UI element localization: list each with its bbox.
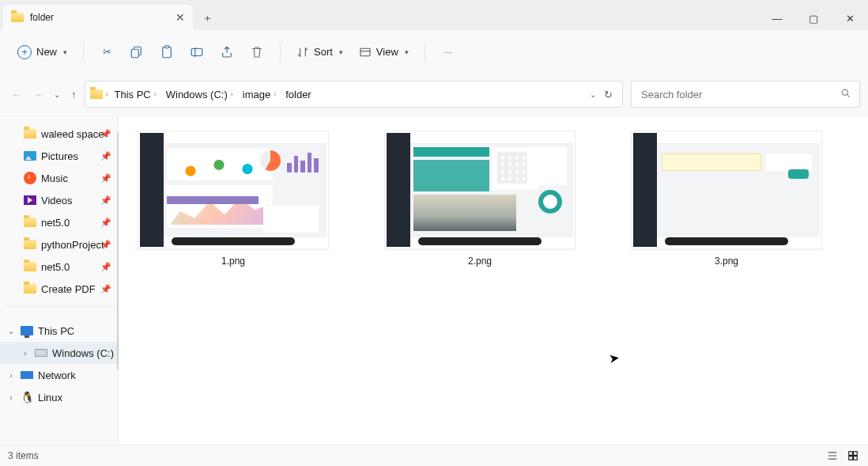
plus-circle-icon: + <box>17 45 32 59</box>
file-item[interactable]: 2.png <box>384 131 576 267</box>
file-item[interactable]: 3.png <box>631 131 822 267</box>
share-button[interactable] <box>213 39 240 66</box>
view-label: View <box>376 46 398 58</box>
status-text: 3 items <box>8 450 39 461</box>
sidebar-item[interactable]: net5.0📌 <box>0 256 118 278</box>
tree-item-label: Network <box>38 369 76 381</box>
command-bar: + New ▾ ✂ Sort ▾ View ▾ ··· <box>0 30 868 74</box>
tree-item[interactable]: ›Windows (C:) <box>0 342 118 364</box>
pin-icon: 📌 <box>100 173 111 184</box>
folder-icon <box>24 260 36 273</box>
pin-icon: 📌 <box>100 284 111 294</box>
expand-toggle[interactable]: › <box>6 393 16 402</box>
sidebar-item[interactable]: waleed space📌 <box>0 123 118 145</box>
forward-button[interactable]: → <box>32 89 43 100</box>
refresh-button[interactable]: ↻ <box>604 89 613 100</box>
new-button[interactable]: + New ▾ <box>11 40 74 64</box>
search-input[interactable] <box>640 88 840 101</box>
file-thumbnail <box>631 131 822 249</box>
search-box[interactable] <box>631 81 860 108</box>
cut-button[interactable]: ✂ <box>93 39 120 66</box>
tree-item-label: Linux <box>38 392 62 403</box>
pin-icon: 📌 <box>100 195 111 206</box>
sort-label: Sort <box>314 46 333 58</box>
expand-toggle[interactable]: ⌄ <box>6 327 16 335</box>
cut-icon: ✂ <box>103 46 111 58</box>
details-view-button[interactable] <box>825 449 840 463</box>
breadcrumb-item[interactable]: image› <box>240 87 279 102</box>
sidebar-item[interactable]: Videos📌 <box>0 189 118 211</box>
minimize-icon: — <box>772 13 783 25</box>
breadcrumb-label: This PC <box>115 89 151 100</box>
svg-rect-5 <box>360 48 370 55</box>
back-button[interactable]: ← <box>11 89 21 100</box>
chevron-right-icon: › <box>106 90 108 98</box>
breadcrumb-item[interactable]: Windows (C:)› <box>163 87 236 102</box>
more-icon: ··· <box>443 46 452 58</box>
copy-button[interactable] <box>123 39 150 66</box>
file-area[interactable]: 1.png 2.png 3.png ➤ <box>119 116 868 445</box>
expand-toggle[interactable]: › <box>6 371 16 380</box>
sidebar-item-label: pythonProject <box>41 239 104 251</box>
breadcrumb-item[interactable]: folder <box>282 87 315 102</box>
new-tab-button[interactable]: ＋ <box>193 6 221 30</box>
maximize-button[interactable]: ▢ <box>795 6 832 30</box>
sidebar-item[interactable]: pythonProject📌 <box>0 233 118 256</box>
delete-button[interactable] <box>243 39 270 66</box>
separator <box>5 306 113 307</box>
view-button[interactable]: View ▾ <box>353 41 415 63</box>
breadcrumb-label: Windows (C:) <box>166 89 228 100</box>
file-item[interactable]: 1.png <box>138 131 329 267</box>
sidebar-item-label: Pictures <box>41 150 78 162</box>
sidebar-item-label: Videos <box>41 195 73 206</box>
new-label: New <box>36 46 57 58</box>
file-name: 1.png <box>221 256 245 267</box>
sidebar-item[interactable]: net5.0📌 <box>0 211 118 233</box>
status-bar: 3 items <box>0 445 868 465</box>
up-button[interactable]: ↑ <box>71 89 77 100</box>
expand-toggle[interactable]: › <box>21 349 30 358</box>
pin-icon: 📌 <box>100 262 111 272</box>
svg-rect-4 <box>191 48 202 55</box>
minimize-button[interactable]: — <box>759 6 795 30</box>
window-tab[interactable]: folder ✕ <box>3 5 193 30</box>
rename-button[interactable] <box>183 39 210 66</box>
paste-button[interactable] <box>153 39 180 66</box>
sidebar-item-label: Music <box>41 172 68 184</box>
maximize-icon: ▢ <box>809 13 818 25</box>
svg-rect-3 <box>165 45 169 47</box>
recent-dropdown[interactable]: ⌄ <box>54 90 60 99</box>
close-window-button[interactable]: ✕ <box>832 6 868 30</box>
folder-icon <box>24 238 36 251</box>
view-toggle <box>825 449 860 463</box>
tree-item[interactable]: ›🐧Linux <box>0 386 118 408</box>
sort-button[interactable]: Sort ▾ <box>290 41 349 63</box>
sidebar-item[interactable]: Pictures📌 <box>0 145 118 167</box>
mouse-cursor: ➤ <box>608 350 621 366</box>
chevron-right-icon: › <box>274 90 276 98</box>
view-icon <box>359 46 372 59</box>
window-controls: — ▢ ✕ <box>759 6 868 30</box>
chevron-right-icon: › <box>154 90 157 98</box>
sidebar-item[interactable]: Music📌 <box>0 167 118 189</box>
net-icon <box>21 369 33 381</box>
folder-icon <box>11 11 24 24</box>
address-row: ← → ⌄ ↑ › This PC› Windows (C:)› image› … <box>0 74 868 116</box>
close-tab-icon[interactable]: ✕ <box>175 11 185 24</box>
thumbnails-view-button[interactable] <box>846 449 860 463</box>
rename-icon <box>190 45 204 59</box>
close-icon: ✕ <box>846 13 855 25</box>
more-button[interactable]: ··· <box>435 39 462 66</box>
address-dropdown[interactable]: ⌄ <box>590 90 596 99</box>
video-icon <box>24 194 36 206</box>
separator <box>83 43 84 62</box>
tree-item[interactable]: ›Network <box>0 364 118 386</box>
address-bar[interactable]: › This PC› Windows (C:)› image› folder ⌄… <box>85 81 624 108</box>
tree-item[interactable]: ⌄This PC <box>0 320 118 342</box>
breadcrumb-item[interactable]: This PC› <box>111 87 160 102</box>
main-body: waleed space📌Pictures📌Music📌Videos📌net5.… <box>0 116 868 445</box>
sidebar-item[interactable]: Create PDF📌 <box>0 278 118 300</box>
title-bar: folder ✕ ＋ — ▢ ✕ <box>0 0 868 30</box>
sidebar-item-label: net5.0 <box>41 261 70 273</box>
separator <box>425 43 425 62</box>
